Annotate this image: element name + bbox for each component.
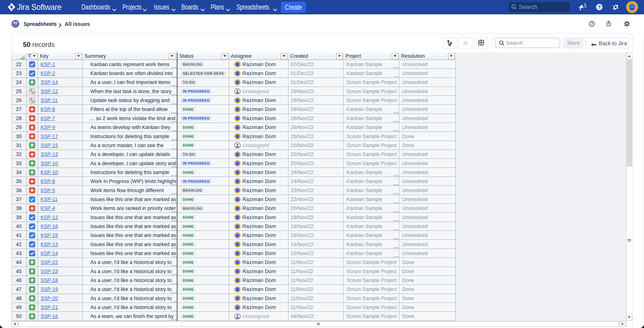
- svg-text:?: ?: [598, 4, 600, 10]
